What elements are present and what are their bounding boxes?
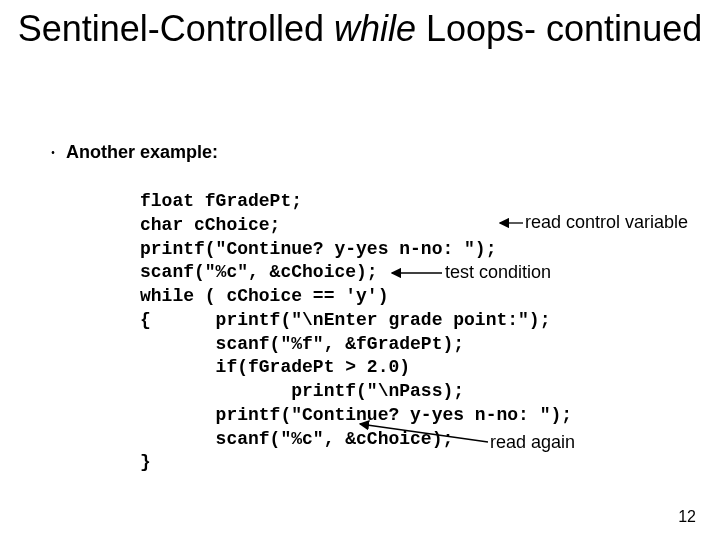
code-line: scanf("%c", &cChoice); (140, 429, 453, 449)
code-line: printf("\nPass); (140, 381, 464, 401)
slide-title: Sentinel-Controlled while Loops- continu… (0, 10, 720, 48)
annotation-test-condition: test condition (445, 262, 551, 283)
annotation-read-again: read again (490, 432, 575, 453)
slide: Sentinel-Controlled while Loops- continu… (0, 0, 720, 540)
title-pre: Sentinel-Controlled (18, 8, 334, 49)
title-italic: while (334, 8, 416, 49)
code-line: float fGradePt; (140, 191, 302, 211)
code-line: printf("Continue? y-yes n-no: "); (140, 239, 496, 259)
title-post: Loops- continued (416, 8, 702, 49)
code-line: if(fGradePt > 2.0) (140, 357, 410, 377)
page-number: 12 (678, 508, 696, 526)
slide-body: • Another example: float fGradePt; char … (40, 140, 700, 499)
bullet-text: Another example: (66, 140, 218, 164)
bullet-dot-icon: • (40, 146, 66, 160)
annotation-read-control: read control variable (525, 212, 688, 233)
code-line: scanf("%c", &cChoice); (140, 262, 378, 282)
code-line: } (140, 452, 151, 472)
code-line: scanf("%f", &fGradePt); (140, 334, 464, 354)
bullet-row: • Another example: (40, 140, 700, 164)
code-line: while ( cChoice == 'y') (140, 286, 388, 306)
code-line: printf("Continue? y-yes n-no: "); (140, 405, 572, 425)
code-line: { printf("\nEnter grade point:"); (140, 310, 550, 330)
code-line: char cChoice; (140, 215, 280, 235)
